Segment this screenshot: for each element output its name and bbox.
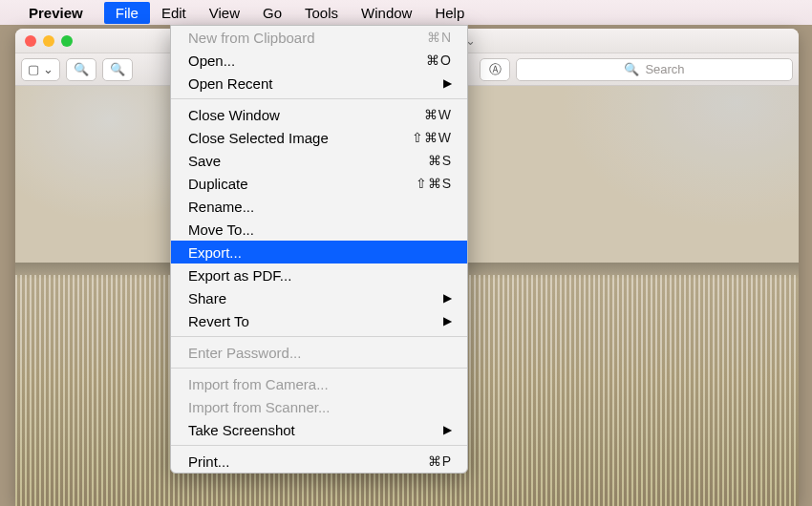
zoom-out-button[interactable]: 🔍	[66, 58, 96, 81]
markup-button[interactable]: Ⓐ	[480, 58, 510, 81]
menu-item-label: Open Recent	[188, 75, 434, 92]
file-menu-dropdown: New from Clipboard⌘NOpen...⌘OOpen Recent…	[170, 25, 468, 474]
submenu-arrow-icon: ▶	[443, 76, 452, 90]
sidebar-toggle-button[interactable]: ▢ ⌄	[21, 58, 60, 81]
submenu-arrow-icon: ▶	[443, 291, 452, 305]
zoom-window-button[interactable]	[61, 35, 73, 47]
menu-item-shortcut: ⌘W	[424, 107, 452, 122]
menu-item-label: Revert To	[188, 313, 434, 329]
menu-item-enter-password: Enter Password...	[171, 341, 467, 364]
menu-edit[interactable]: Edit	[150, 2, 198, 24]
menu-view[interactable]: View	[198, 2, 251, 24]
zoom-in-button[interactable]: 🔍	[102, 58, 133, 81]
menu-item-close-window[interactable]: Close Window⌘W	[171, 103, 467, 126]
menu-item-shortcut: ⌘N	[427, 30, 452, 45]
menu-item-move-to[interactable]: Move To...	[171, 218, 467, 241]
menu-item-open[interactable]: Open...⌘O	[171, 49, 467, 72]
menu-item-label: Import from Camera...	[188, 376, 452, 392]
menu-item-close-selected-image[interactable]: Close Selected Image⇧⌘W	[171, 126, 467, 149]
close-window-button[interactable]	[25, 35, 36, 47]
menu-tools[interactable]: Tools	[293, 2, 350, 24]
menu-item-take-screenshot[interactable]: Take Screenshot▶	[171, 418, 467, 441]
system-menubar: Preview FileEditViewGoToolsWindowHelp	[0, 0, 812, 25]
traffic-lights	[25, 35, 73, 47]
menu-window[interactable]: Window	[350, 2, 423, 24]
menu-item-rename[interactable]: Rename...	[171, 195, 467, 218]
menu-go[interactable]: Go	[251, 2, 293, 24]
minimize-window-button[interactable]	[43, 35, 54, 47]
search-icon: 🔍	[624, 62, 639, 76]
menu-item-label: Rename...	[188, 199, 452, 215]
search-placeholder: Search	[645, 62, 684, 76]
menu-item-label: Save	[188, 153, 418, 169]
submenu-arrow-icon: ▶	[443, 423, 452, 436]
menu-item-label: Export as PDF...	[188, 267, 452, 284]
menu-item-shortcut: ⇧⌘S	[416, 176, 452, 191]
menu-item-label: Close Window	[188, 107, 415, 123]
menu-item-label: Close Selected Image	[188, 130, 402, 146]
menu-item-new-from-clipboard: New from Clipboard⌘N	[171, 26, 467, 49]
menu-item-import-from-scanner: Import from Scanner...	[171, 395, 467, 418]
app-name[interactable]: Preview	[29, 5, 83, 21]
menu-item-label: Duplicate	[188, 176, 406, 192]
menu-item-label: Move To...	[188, 221, 452, 238]
menu-item-print[interactable]: Print...⌘P	[171, 450, 467, 473]
submenu-arrow-icon: ▶	[443, 314, 452, 327]
menu-file[interactable]: File	[104, 2, 150, 24]
menu-item-label: Open...	[188, 53, 417, 69]
menu-item-shortcut: ⌘O	[426, 53, 452, 68]
menu-item-duplicate[interactable]: Duplicate⇧⌘S	[171, 172, 467, 195]
menu-item-label: Enter Password...	[188, 345, 452, 361]
menu-item-export[interactable]: Export...	[171, 241, 467, 264]
menu-item-shortcut: ⇧⌘W	[412, 130, 452, 145]
menu-item-label: Take Screenshot	[188, 422, 434, 438]
menu-item-label: Share	[188, 290, 434, 306]
menu-item-label: Print...	[188, 453, 418, 470]
menu-item-save[interactable]: Save⌘S	[171, 149, 467, 172]
menu-item-import-from-camera: Import from Camera...	[171, 372, 467, 395]
menu-item-label: Import from Scanner...	[188, 399, 452, 415]
menu-item-shortcut: ⌘S	[428, 153, 452, 168]
menu-item-label: Export...	[188, 244, 452, 261]
menu-item-share[interactable]: Share▶	[171, 286, 467, 309]
menu-help[interactable]: Help	[423, 2, 476, 24]
menu-item-shortcut: ⌘P	[428, 453, 452, 469]
search-field[interactable]: 🔍 Search	[516, 58, 793, 81]
menu-item-label: New from Clipboard	[188, 30, 417, 46]
menu-item-export-as-pdf[interactable]: Export as PDF...	[171, 264, 467, 286]
menu-item-revert-to[interactable]: Revert To▶	[171, 309, 467, 332]
menu-item-open-recent[interactable]: Open Recent▶	[171, 72, 467, 95]
